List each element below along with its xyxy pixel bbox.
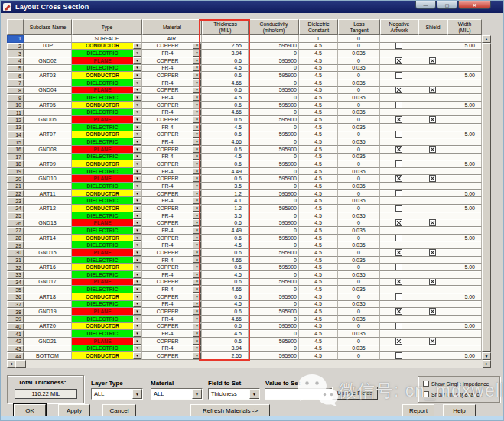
negative-artwork-cell[interactable] (380, 116, 418, 124)
width-cell[interactable] (447, 87, 482, 95)
negative-artwork-checkbox[interactable] (395, 249, 402, 256)
row-number[interactable]: 20 (7, 175, 24, 183)
thickness-cell[interactable]: 0.6 (202, 131, 249, 139)
row-number[interactable]: 24 (7, 205, 24, 212)
subclass-cell[interactable] (24, 227, 72, 235)
loss-tangent-cell[interactable]: 0.035 (338, 257, 380, 264)
shield-cell[interactable] (418, 160, 447, 168)
subclass-cell[interactable]: ART20 (24, 323, 72, 331)
material-label[interactable]: FR-4 (142, 168, 193, 175)
shield-cell[interactable] (418, 257, 447, 264)
shield-cell[interactable] (418, 183, 447, 190)
dropdown-arrow-icon[interactable]: ▼ (133, 57, 141, 64)
negative-artwork-cell[interactable] (380, 160, 418, 168)
dielectric-constant-cell[interactable]: 4.5 (299, 257, 338, 264)
width-cell[interactable]: 5.00 (447, 323, 482, 331)
shield-cell[interactable] (418, 109, 447, 117)
type-label[interactable]: CONDUCTOR (72, 293, 133, 300)
conductivity-cell[interactable]: 0 (249, 286, 299, 293)
row-number[interactable]: 19 (7, 168, 24, 176)
row-number[interactable]: 25 (7, 212, 24, 220)
shield-cell[interactable] (418, 235, 447, 242)
conductivity-cell[interactable]: 0 (249, 316, 299, 323)
type-label[interactable]: DIELECTRIC (72, 124, 133, 131)
subclass-cell[interactable] (24, 138, 72, 146)
negative-artwork-cell[interactable] (380, 197, 418, 205)
width-cell[interactable] (447, 308, 482, 316)
shield-cell[interactable] (418, 175, 447, 183)
shield-checkbox[interactable] (429, 279, 436, 286)
thickness-cell[interactable]: 0.6 (202, 249, 249, 257)
material-label[interactable]: COPPER (142, 308, 193, 315)
material-label[interactable]: COPPER (142, 102, 193, 108)
width-cell[interactable] (447, 65, 482, 73)
negative-artwork-cell[interactable] (380, 168, 418, 176)
subclass-cell[interactable]: GND17 (24, 279, 72, 287)
dropdown-arrow-icon[interactable]: ▼ (193, 124, 201, 131)
value-to-set-input[interactable] (265, 388, 335, 400)
type-cell[interactable]: DIELECTRIC▼ (72, 197, 142, 205)
dropdown-arrow-icon[interactable]: ▼ (193, 301, 201, 308)
type-label[interactable]: PLANE (72, 249, 133, 256)
row-number[interactable]: 6 (7, 72, 24, 79)
subclass-cell[interactable]: GND04 (24, 87, 72, 95)
conductivity-cell[interactable]: 0 (249, 241, 299, 249)
shield-cell[interactable] (418, 43, 447, 50)
dropdown-arrow-icon[interactable]: ▼ (133, 87, 141, 94)
type-cell[interactable]: CONDUCTOR▼ (72, 264, 142, 271)
negative-artwork-checkbox[interactable] (395, 190, 402, 197)
material-label[interactable]: COPPER (142, 146, 193, 153)
loss-tangent-cell[interactable]: 0.035 (338, 316, 380, 323)
type-label[interactable]: CONDUCTOR (72, 264, 133, 270)
type-cell[interactable]: DIELECTRIC▼ (72, 257, 142, 264)
material-cell[interactable]: FR-4▼ (142, 124, 202, 131)
dropdown-arrow-icon[interactable]: ▼ (133, 175, 141, 182)
conductivity-cell[interactable]: 595900 (249, 279, 299, 287)
type-label[interactable]: CONDUCTOR (72, 131, 133, 138)
subclass-cell[interactable]: GND10 (24, 175, 72, 183)
conductivity-cell[interactable]: 595900 (249, 160, 299, 168)
loss-tangent-cell[interactable]: 0 (338, 205, 380, 212)
subclass-cell[interactable]: GND13 (24, 219, 72, 227)
type-label[interactable]: DIELECTRIC (72, 257, 133, 264)
negative-artwork-checkbox[interactable] (395, 116, 402, 123)
material-cell[interactable]: COPPER▼ (142, 43, 202, 50)
subclass-cell[interactable]: GND21 (24, 338, 72, 345)
row-number[interactable]: 41 (7, 330, 24, 338)
dropdown-arrow-icon[interactable]: ▼ (193, 197, 201, 204)
type-label[interactable]: DIELECTRIC (72, 94, 133, 101)
horizontal-scrollbar[interactable]: ◄ ► (7, 360, 491, 368)
material-label[interactable]: COPPER (142, 293, 193, 300)
shield-cell[interactable] (418, 286, 447, 293)
loss-tangent-cell[interactable]: 0 (338, 57, 380, 65)
thickness-cell[interactable]: 0.6 (202, 219, 249, 227)
shield-cell[interactable] (418, 264, 447, 271)
dropdown-arrow-icon[interactable]: ▼ (133, 102, 141, 108)
width-cell[interactable] (447, 154, 482, 161)
material-cell[interactable]: COPPER▼ (142, 87, 202, 95)
dielectric-constant-cell[interactable]: 4.5 (299, 138, 338, 146)
dropdown-arrow-icon[interactable]: ▼ (193, 146, 201, 153)
dropdown-arrow-icon[interactable]: ▼ (193, 338, 201, 345)
material-cell[interactable]: FR-4▼ (142, 197, 202, 205)
loss-tangent-cell[interactable]: 0.035 (338, 301, 380, 309)
thickness-cell[interactable]: 4.5 (202, 94, 249, 102)
subclass-cell[interactable] (24, 330, 72, 338)
dropdown-arrow-icon[interactable]: ▼ (133, 316, 141, 322)
thickness-cell[interactable]: 3.94 (202, 345, 249, 353)
width-cell[interactable] (447, 345, 482, 353)
conductivity-cell[interactable]: 0 (249, 183, 299, 190)
negative-artwork-cell[interactable] (380, 338, 418, 345)
dropdown-arrow-icon[interactable]: ▼ (193, 175, 201, 182)
negative-artwork-checkbox[interactable] (395, 57, 402, 64)
dielectric-constant-cell[interactable]: 4.5 (299, 271, 338, 279)
negative-artwork-checkbox[interactable] (395, 308, 402, 315)
negative-artwork-cell[interactable] (380, 330, 418, 338)
conductivity-cell[interactable]: 595900 (249, 249, 299, 257)
loss-tangent-cell[interactable]: 0.035 (338, 138, 380, 146)
chevron-down-icon[interactable]: ▼ (192, 389, 202, 399)
type-label[interactable]: DIELECTRIC (72, 330, 133, 337)
ok-button[interactable]: OK (14, 404, 46, 416)
shield-checkbox[interactable] (429, 175, 436, 182)
dropdown-arrow-icon[interactable]: ▼ (193, 279, 201, 286)
